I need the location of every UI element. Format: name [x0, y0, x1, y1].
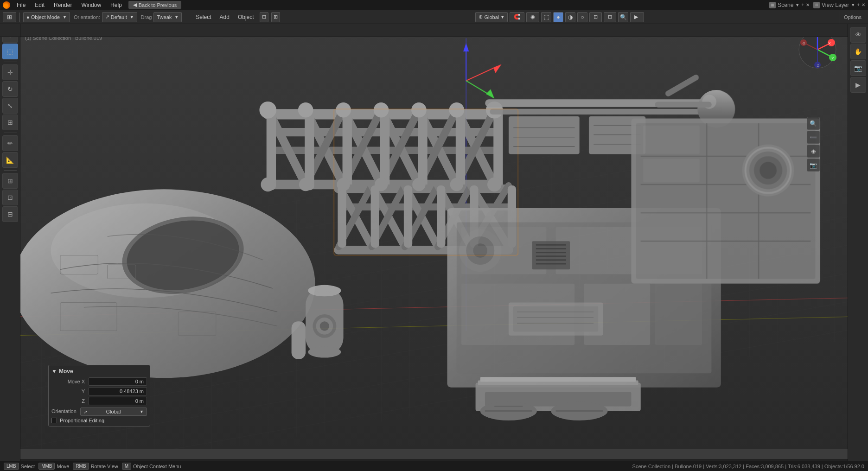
status-context-label: Object Context Menu [133, 464, 181, 469]
sidebar-sep-3 [4, 170, 17, 171]
shading-wireframe-btn[interactable]: ⬚ [541, 12, 551, 22]
nav-orbit-buttons: 🔍 ➖ ⊕ 📷 [807, 70, 820, 172]
menu-add[interactable]: Add [217, 13, 232, 21]
move-y-value[interactable]: -0.48423 m [89, 387, 147, 395]
svg-rect-69 [490, 109, 711, 115]
tool-select[interactable]: ⬚ [2, 44, 18, 59]
shading-material-btn[interactable]: ◑ [565, 12, 575, 22]
menu-window[interactable]: Window [78, 1, 104, 9]
svg-point-65 [412, 178, 425, 191]
scene-add-icon: + [801, 2, 804, 7]
tool-extra2[interactable]: ⊟ [2, 206, 18, 222]
svg-text:X: X [828, 41, 831, 45]
mode-dropdown[interactable]: ● Object Mode ▼ [23, 12, 70, 22]
view-layer-add-icon: + [857, 2, 860, 7]
tool-scale[interactable]: ⤡ [2, 98, 18, 114]
top-bar-right: ▦ Scene ▼ + ✕ ⊞ View Layer ▼ + ✕ [769, 2, 865, 8]
scene-icon: ▦ [769, 2, 776, 8]
overlay-expand-btn[interactable]: ▶ [630, 12, 644, 22]
header-extra-btn[interactable]: ⊟ [260, 12, 268, 22]
orientation-value: Default [111, 14, 127, 20]
orientation-label: Orientation: [74, 14, 100, 20]
nav-zoom-in-btn[interactable]: 🔍 [807, 117, 820, 130]
transform-arrow: ▼ [500, 15, 504, 19]
orientation-dropdown[interactable]: ↗ Default ▼ [102, 12, 137, 22]
svg-point-129 [308, 285, 341, 296]
options-button[interactable]: Options [840, 11, 865, 24]
move-panel-title[interactable]: ▼ Move [51, 368, 147, 375]
menu-file[interactable]: File [14, 1, 28, 9]
tool-measure[interactable]: 📐 [2, 152, 18, 168]
header-extra-btn2[interactable]: ⊞ [271, 12, 280, 22]
tool-add[interactable]: ⊞ [2, 173, 18, 189]
nav-perspective-btn[interactable]: ⊕ [807, 145, 820, 158]
tool-annotate[interactable]: ✏ [2, 135, 18, 151]
svg-rect-88 [655, 284, 702, 345]
menu-help[interactable]: Help [108, 1, 125, 9]
svg-rect-117 [643, 126, 700, 154]
status-rmb-key: RMB [73, 463, 89, 470]
back-to-previous-label: Back to Previous [139, 2, 177, 8]
menu-render[interactable]: Render [51, 1, 75, 9]
status-right-info: Scene Collection | Bullone.019 | Verts:3… [632, 464, 864, 469]
sidebar-sep-2 [4, 133, 17, 133]
status-rotate-label: Rotate View [91, 464, 118, 469]
tool-move[interactable]: ✛ [2, 64, 18, 80]
transform-label: Global [484, 14, 499, 20]
scene-area: ▦ Scene ▼ + ✕ [769, 2, 810, 8]
tool-grab-right[interactable]: ✋ [850, 44, 866, 59]
tool-transform[interactable]: ⊞ [2, 115, 18, 130]
status-mmb-key: MMB [38, 463, 55, 470]
search-button[interactable]: 🔍 [618, 12, 628, 22]
transform-dropdown[interactable]: ⊕ Global ▼ [475, 12, 508, 22]
svg-rect-118 [643, 159, 700, 182]
top-bar: File Edit Render Window Help ◀ Back to P… [0, 0, 868, 10]
status-move-label: Move [57, 464, 69, 469]
right-sidebar: 👁 ✋ 📷 ▶ [848, 24, 868, 461]
view-layer-icon: ⊞ [813, 2, 820, 8]
tool-camera-right[interactable]: 📷 [850, 60, 866, 76]
blender-logo [3, 1, 10, 9]
svg-point-58 [411, 102, 427, 118]
proportional-checkbox[interactable] [51, 418, 57, 423]
proportional-btn[interactable]: ◉ [526, 12, 539, 22]
move-y-label: Y [51, 388, 89, 394]
proportional-row: Proportional Editing [51, 418, 147, 423]
back-to-previous-button[interactable]: ◀ Back to Previous [128, 1, 182, 9]
svg-text:-Z: -Z [816, 64, 819, 67]
viewport[interactable]: User Perspective (1) Scene Collection | … [20, 24, 848, 449]
status-scene-info: Scene Collection | Bullone.019 | Verts:3… [632, 464, 864, 469]
move-panel-title-text: Move [59, 368, 73, 375]
orientation-arrow: ▼ [130, 15, 134, 19]
tool-render-right[interactable]: ▶ [850, 77, 866, 93]
move-z-value[interactable]: 0 m [89, 397, 147, 405]
snap-button[interactable]: 🧲 [510, 12, 524, 22]
tool-view-3d-right[interactable]: 👁 [850, 27, 866, 43]
move-x-row: Move X 0 m [51, 377, 147, 386]
orientation-row-dropdown[interactable]: ↗ Global ▼ [80, 407, 147, 416]
viewport-header-corner [0, 24, 20, 37]
svg-rect-51 [437, 185, 445, 248]
svg-point-134 [320, 321, 329, 331]
svg-text:Y: Y [831, 56, 834, 60]
editor-type-button[interactable]: ⊞ [3, 12, 16, 22]
menu-select[interactable]: Select [193, 13, 214, 21]
nav-camera-btn[interactable]: 📷 [807, 159, 820, 172]
back-icon: ◀ [133, 2, 137, 8]
tweak-dropdown[interactable]: Tweak ▼ [153, 12, 182, 22]
menu-object[interactable]: Object [235, 13, 257, 21]
top-bar-left: File Edit Render Window Help ◀ Back to P… [3, 1, 181, 9]
overlay-button[interactable]: ⊡ [589, 12, 602, 22]
scene-label: Scene [778, 2, 793, 8]
nav-zoom-out-btn[interactable]: ➖ [807, 131, 820, 144]
gizmo-button[interactable]: ⊞ [604, 12, 616, 22]
tool-extra[interactable]: ⊡ [2, 190, 18, 205]
menu-edit[interactable]: Edit [32, 1, 47, 9]
svg-point-63 [337, 178, 350, 191]
status-select-item: LMB Select [4, 463, 35, 470]
move-x-value[interactable]: 0 m [89, 377, 147, 386]
shading-solid-btn[interactable]: ● [553, 12, 563, 22]
shading-rendered-btn[interactable]: ○ [577, 12, 587, 22]
tool-rotate[interactable]: ↻ [2, 81, 18, 97]
scene-close-icon: ✕ [806, 2, 810, 7]
